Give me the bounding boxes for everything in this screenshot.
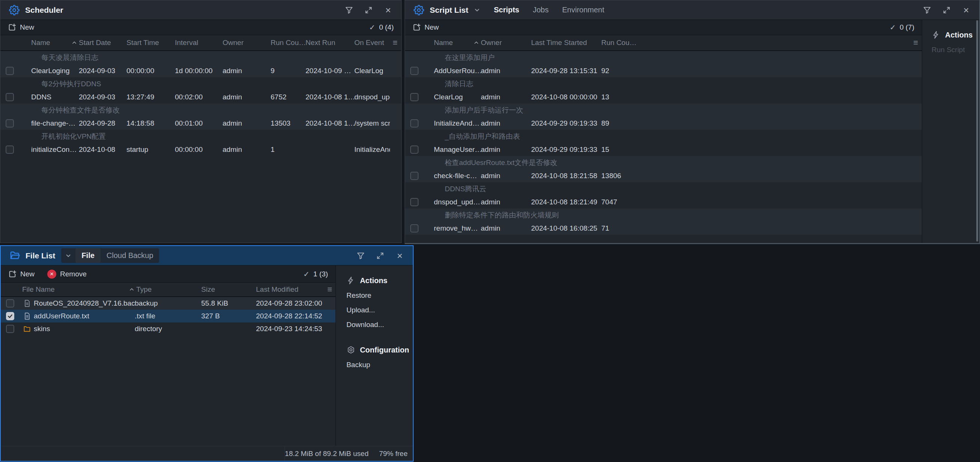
cell-interval: 00:01:00 (175, 119, 223, 127)
expand-icon[interactable] (375, 251, 385, 260)
row-checkbox[interactable] (410, 224, 418, 232)
cell-start-date: 2024-09-03 (79, 93, 126, 101)
col-size[interactable]: Size (201, 285, 256, 294)
table-row[interactable]: skins directory 2024-09-23 14:24:53 (1, 322, 336, 335)
cell-owner: admin (481, 119, 531, 127)
vertical-scrollbar[interactable] (976, 20, 978, 241)
table-row[interactable]: initializeCon… 2024-10-08 startup 00:00:… (0, 143, 401, 156)
row-checkbox[interactable] (410, 198, 418, 206)
comment-row: 每2分钟执行DDNS (0, 77, 401, 90)
cell-name: remove_hw… (434, 224, 481, 232)
column-menu-icon[interactable]: ≡ (393, 38, 401, 48)
file-list-titlebar: File List File Cloud Backup × (1, 246, 413, 265)
col-run-count[interactable]: Run Cou… (270, 39, 305, 47)
table-row[interactable]: remove_hw… admin 2024-10-08 16:08:25 71 (405, 222, 922, 235)
row-checkbox[interactable] (6, 325, 14, 333)
cell-run-count: 13806 (601, 172, 908, 180)
table-row[interactable]: InitializeAnd… admin 2024-09-29 09:19:33… (405, 117, 922, 130)
download-button[interactable]: Download... (347, 317, 409, 332)
lightning-icon (932, 30, 940, 40)
row-checkbox[interactable] (6, 299, 14, 308)
expand-icon[interactable] (364, 5, 374, 15)
comment-row: 清除日志 (405, 77, 922, 90)
table-row[interactable]: DDNS 2024-09-03 13:27:49 00:02:00 admin … (0, 90, 401, 103)
tab-scripts[interactable]: Scripts (488, 3, 525, 17)
col-interval[interactable]: Interval (175, 39, 223, 47)
column-menu-icon[interactable]: ≡ (327, 285, 336, 294)
row-checkbox[interactable] (6, 93, 14, 101)
cell-owner: admin (481, 146, 531, 154)
script-table-header: Name Owner Last Time Started Run Cou… ≡ (405, 35, 922, 51)
col-owner[interactable]: Owner (474, 39, 524, 47)
tab-cloud-backup[interactable]: Cloud Backup (100, 248, 159, 263)
chevron-down-icon[interactable] (474, 7, 480, 14)
cell-run-count: 89 (601, 119, 908, 127)
new-button[interactable]: New (8, 270, 35, 278)
tab-file[interactable]: File (75, 248, 100, 263)
cell-on-event: ClearLog (354, 67, 390, 75)
count-value: 1 (3) (313, 270, 328, 278)
col-type[interactable]: Type (129, 285, 196, 294)
col-next-run[interactable]: Next Run (305, 39, 354, 47)
file-list-window: File List File Cloud Backup × New × Remo… (0, 245, 414, 462)
col-file-name[interactable]: File Name (19, 285, 135, 294)
table-row[interactable]: ClearLog admin 2024-10-08 00:00:00 13 (405, 90, 922, 103)
col-last-modified[interactable]: Last Modified (256, 285, 327, 294)
cell-start-date: 2024-10-08 (79, 146, 126, 154)
row-checkbox[interactable] (410, 146, 418, 154)
cell-interval: 00:02:00 (175, 93, 223, 101)
cell-name: AddUserRou… (434, 67, 481, 75)
backup-button[interactable]: Backup (347, 357, 409, 372)
tab-jobs[interactable]: Jobs (527, 3, 555, 17)
table-row[interactable]: RouteOS_20240928_V7.16.backup backup 55.… (1, 297, 336, 310)
upload-button[interactable]: Upload... (347, 303, 409, 317)
table-row[interactable]: ClearLoging 2024-09-03 00:00:00 1d 00:00… (0, 64, 401, 77)
row-checkbox[interactable] (410, 67, 418, 75)
row-checkbox[interactable] (410, 119, 418, 127)
cell-last-modified: 2024-09-28 23:02:00 (256, 299, 327, 308)
row-checkbox[interactable] (6, 67, 14, 75)
funnel-icon[interactable] (356, 251, 366, 260)
row-checkbox[interactable] (410, 172, 418, 180)
col-start-date[interactable]: Start Date (72, 39, 119, 47)
table-row[interactable]: ManageUser… admin 2024-09-29 09:19:33 15 (405, 143, 922, 156)
funnel-icon[interactable] (922, 5, 932, 15)
expand-icon[interactable] (942, 5, 951, 15)
table-row[interactable]: AddUserRou… admin 2024-09-28 13:15:31 92 (405, 64, 922, 77)
row-checkbox-checked[interactable] (6, 312, 14, 320)
selection-count: ✓ 0 (7) (889, 23, 914, 32)
tab-environment[interactable]: Environment (556, 3, 610, 17)
col-owner[interactable]: Owner (223, 39, 270, 47)
row-checkbox[interactable] (410, 93, 418, 101)
table-row[interactable]: dnspod_upd… admin 2024-10-08 18:21:49 70… (405, 195, 922, 208)
new-button[interactable]: New (8, 23, 34, 32)
cell-owner: admin (481, 224, 531, 232)
cell-type: .txt file (135, 312, 201, 320)
run-script-button[interactable]: Run Script (932, 42, 975, 57)
remove-button[interactable]: × Remove (47, 270, 87, 279)
cell-name: ClearLoging (31, 67, 79, 75)
table-row-selected[interactable]: addUserRoute.txt .txt file 327 B 2024-09… (1, 310, 336, 322)
cell-start-date: 2024-09-28 (79, 119, 126, 127)
col-run-count[interactable]: Run Cou… (601, 39, 908, 47)
row-checkbox[interactable] (6, 146, 14, 154)
table-row[interactable]: check-file-c… admin 2024-10-08 18:21:58 … (405, 169, 922, 182)
panel-title: Scheduler (25, 6, 64, 14)
funnel-icon[interactable] (344, 5, 354, 15)
close-icon[interactable]: × (383, 5, 393, 15)
new-button[interactable]: New (412, 23, 439, 32)
cell-last-time-started: 2024-09-28 13:15:31 (531, 67, 601, 75)
col-on-event[interactable]: On Event (354, 39, 390, 47)
cell-run-count: 13503 (270, 119, 305, 127)
restore-button[interactable]: Restore (347, 288, 409, 303)
col-start-time[interactable]: Start Time (126, 39, 175, 47)
file-table-body: RouteOS_20240928_V7.16.backup backup 55.… (1, 297, 336, 446)
close-icon[interactable]: × (395, 251, 405, 260)
chevron-down-icon[interactable] (65, 252, 72, 259)
col-last-time-started[interactable]: Last Time Started (531, 39, 601, 47)
cell-owner: admin (481, 93, 531, 101)
close-icon[interactable]: × (961, 5, 971, 15)
table-row[interactable]: file-change-… 2024-09-28 14:18:58 00:01:… (0, 117, 401, 130)
row-checkbox[interactable] (6, 119, 14, 127)
column-menu-icon[interactable]: ≡ (913, 38, 922, 48)
